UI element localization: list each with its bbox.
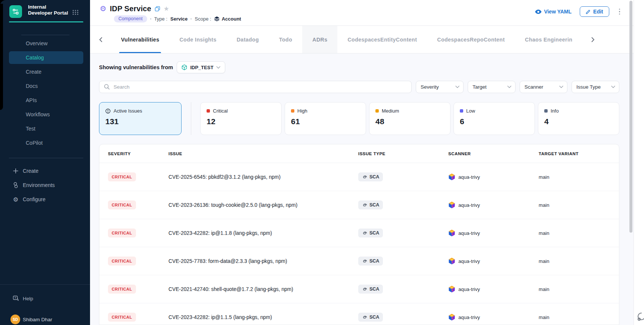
table-row[interactable]: CRITICAL CVE-2025-6545: pbkdf2@3.1.2 (la… — [99, 163, 619, 191]
scanner-cell: aqua-trivy — [448, 201, 539, 209]
eye-icon — [535, 9, 542, 14]
search-icon — [104, 84, 110, 90]
tab-vulnerabilities[interactable]: Vulnerabilities — [111, 26, 169, 53]
target-variant-cell: main — [539, 315, 619, 320]
filter-severity[interactable]: Severity — [416, 81, 464, 93]
kind-badge: Component — [114, 15, 147, 22]
stat-value: 131 — [105, 117, 175, 126]
filter-target[interactable]: Target — [468, 81, 515, 93]
stat-card-high[interactable]: High 61 — [285, 102, 366, 135]
sidebar-item-catalog[interactable]: Catalog — [9, 51, 83, 64]
target-variant-cell: main — [539, 258, 619, 264]
stat-card-info[interactable]: Info 4 — [538, 102, 619, 135]
sidebar-divider — [9, 158, 83, 158]
sca-spiral-icon — [362, 230, 367, 236]
showing-label: Showing vulnerabilities from — [99, 64, 173, 70]
copy-icon[interactable] — [155, 6, 160, 12]
tab-datadog[interactable]: Datadog — [226, 26, 269, 53]
aqua-trivy-icon — [448, 285, 455, 293]
sidebar-item-overview[interactable]: Overview — [9, 37, 83, 50]
severity-badge: CRITICAL — [108, 257, 136, 266]
issue-text: CVE-2023-42282: ip@1.1.8 (lang-pkgs, npm… — [168, 230, 358, 236]
stat-card-critical[interactable]: Critical 12 — [200, 102, 282, 135]
table-header: SEVERITY ISSUE ISSUE TYPE SCANNER TARGET… — [99, 144, 619, 163]
aqua-trivy-icon — [448, 173, 455, 181]
filter-scanner[interactable]: Scanner — [520, 81, 567, 93]
help-button[interactable]: ? Help — [0, 293, 90, 304]
sidebar-item-create[interactable]: Create — [9, 65, 83, 78]
tabs-scroll-left-button[interactable] — [90, 26, 111, 53]
tabs-scroll-right-button[interactable] — [582, 26, 603, 53]
severity-badge: CRITICAL — [108, 200, 136, 209]
tab-code-insights[interactable]: Code Insights — [169, 26, 226, 53]
sidebar-item-label: Catalog — [26, 55, 44, 61]
sidebar-action-configure[interactable]: ⚙ Configure — [0, 192, 90, 206]
sidebar-item-label: Overview — [26, 40, 47, 46]
search-input[interactable] — [99, 81, 412, 93]
scope-value: Account — [222, 16, 241, 22]
apps-grid-icon[interactable] — [72, 9, 79, 15]
table-row[interactable]: CRITICAL CVE-2023-42282: ip@1.1.8 (lang-… — [99, 219, 619, 247]
stat-card-low[interactable]: Low 6 — [453, 102, 535, 135]
tab-todo[interactable]: Todo — [269, 26, 302, 53]
issue-text: CVE-2025-6545: pbkdf2@3.1.2 (lang-pkgs, … — [168, 174, 358, 180]
sidebar-item-label: Create — [26, 69, 41, 75]
sidebar-item-workflows[interactable]: Workflows — [9, 108, 83, 121]
sidebar-item-apis[interactable]: APIs — [9, 94, 83, 107]
page-title: IDP Service — [110, 4, 151, 13]
low-dot-icon — [460, 109, 463, 113]
issue-type-badge: SCA — [358, 200, 383, 209]
star-icon[interactable]: ★ — [164, 5, 169, 13]
table-row[interactable]: CRITICAL CVE-2023-26136: tough-cookie@2.… — [99, 191, 619, 219]
feedback-widget-icon[interactable] — [637, 312, 644, 323]
stat-label-text: Medium — [382, 108, 399, 114]
action-label: Create — [23, 168, 38, 174]
filter-label: Issue Type — [576, 84, 601, 90]
medium-dot-icon — [375, 109, 379, 113]
col-scanner: SCANNER — [448, 151, 539, 156]
scanner-cell: aqua-trivy — [448, 285, 539, 293]
scrollbar-thumb[interactable] — [629, 1, 632, 233]
info-dot-icon — [544, 109, 548, 113]
type-value: Service — [170, 16, 188, 22]
portal-logo-icon[interactable] — [9, 5, 22, 18]
sidebar-item-docs[interactable]: Docs — [9, 80, 83, 92]
user-menu[interactable]: SD Shibam Dhar — [0, 314, 90, 325]
issue-text: CVE-2025-7783: form-data@2.3.3 (lang-pkg… — [168, 258, 358, 264]
table-row[interactable]: CRITICAL CVE-2025-7783: form-data@2.3.3 … — [99, 247, 619, 275]
table-row[interactable]: CRITICAL CVE-2021-42740: shell-quote@1.7… — [99, 275, 619, 303]
aqua-trivy-icon — [448, 229, 455, 237]
vulnerabilities-table: SEVERITY ISSUE ISSUE TYPE SCANNER TARGET… — [99, 144, 619, 325]
stat-card-active-issues[interactable]: Active Issues 131 — [99, 102, 182, 135]
tab-codespaces-repo-content[interactable]: CodespacesRepoContent — [427, 26, 515, 53]
filter-label: Target — [473, 84, 487, 90]
aqua-trivy-icon — [448, 201, 455, 209]
scanner-cell: aqua-trivy — [448, 313, 539, 321]
view-yaml-button[interactable]: View YAML — [535, 9, 572, 15]
filter-issue-type[interactable]: Issue Type — [572, 81, 619, 93]
sidebar-item-copilot[interactable]: CoPilot — [9, 137, 83, 149]
col-severity: SEVERITY — [108, 151, 168, 156]
sidebar-divider — [21, 35, 69, 35]
sidebar-item-test[interactable]: Test — [9, 122, 83, 135]
sidebar-item-label: Test — [26, 126, 35, 132]
tab-adrs[interactable]: ADRs — [302, 26, 337, 53]
portal-name: Internal Developer Portal — [28, 4, 70, 16]
issue-text: CVE-2023-26136: tough-cookie@2.5.0 (lang… — [168, 202, 358, 208]
edit-button[interactable]: Edit — [580, 6, 609, 17]
tab-chaos-engineering[interactable]: Chaos Engineerin — [515, 26, 582, 53]
table-row[interactable]: CRITICAL CVE-2023-42282: ip@1.1.5 (lang-… — [99, 303, 619, 325]
sidebar-actions: Create Environments ⚙ Configure — [0, 164, 90, 206]
more-options-button[interactable] — [617, 7, 622, 16]
sidebar-action-create[interactable]: Create — [0, 164, 90, 178]
stat-card-medium[interactable]: Medium 48 — [369, 102, 451, 135]
scanner-cell: aqua-trivy — [448, 257, 539, 265]
chevron-down-icon — [507, 86, 511, 88]
col-target-variant: TARGET VARIANT — [539, 151, 619, 156]
environments-icon — [12, 182, 19, 188]
sidebar-action-environments[interactable]: Environments — [0, 178, 90, 192]
issue-type-badge: SCA — [358, 313, 383, 322]
critical-dot-icon — [207, 109, 210, 113]
tab-codespaces-entity-content[interactable]: CodespacesEntityContent — [337, 26, 427, 53]
environment-selector[interactable]: IDP_TEST — [177, 61, 225, 73]
